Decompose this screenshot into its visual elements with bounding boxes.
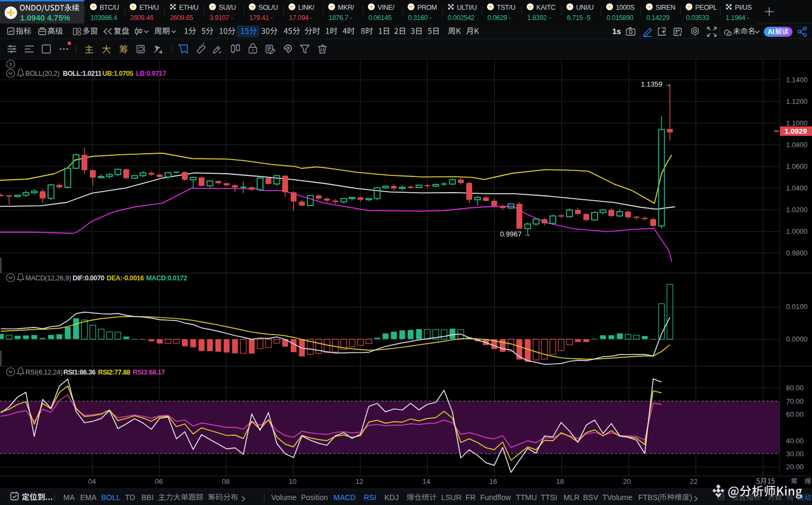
svg-text:LSUR: LSUR bbox=[441, 493, 461, 502]
svg-text:0.06145: 0.06145 bbox=[368, 14, 391, 22]
svg-text:1.1200: 1.1200 bbox=[786, 97, 808, 106]
svg-text:0.9967 →: 0.9967 → bbox=[500, 230, 531, 238]
svg-text:DIF:0.0070: DIF:0.0070 bbox=[73, 274, 104, 282]
svg-text:BSV: BSV bbox=[583, 493, 599, 502]
svg-text:FR: FR bbox=[466, 493, 476, 502]
svg-text:TVolume: TVolume bbox=[603, 493, 632, 502]
svg-text:0.3160 -: 0.3160 - bbox=[408, 14, 431, 22]
svg-text:DEA:-0.0016: DEA:-0.0016 bbox=[107, 274, 144, 282]
svg-text:1.0929: 1.0929 bbox=[784, 127, 807, 135]
svg-text:0.0100: 0.0100 bbox=[786, 303, 808, 311]
svg-text:VINE/: VINE/ bbox=[377, 4, 395, 11]
svg-text:3.9107 -: 3.9107 - bbox=[209, 14, 233, 22]
svg-text:SOL/U: SOL/U bbox=[258, 4, 278, 11]
svg-text:60.00: 60.00 bbox=[786, 410, 804, 418]
svg-text:10: 10 bbox=[289, 477, 296, 486]
svg-text:1.0800: 1.0800 bbox=[786, 141, 808, 149]
svg-text:0.002542: 0.002542 bbox=[448, 14, 475, 22]
svg-text:1.0200: 1.0200 bbox=[786, 206, 808, 214]
svg-text:22: 22 bbox=[690, 477, 697, 486]
svg-text:TD: TD bbox=[125, 493, 135, 502]
svg-text:BBI: BBI bbox=[141, 493, 154, 502]
svg-text:06: 06 bbox=[155, 477, 162, 486]
svg-text:SIREN: SIREN bbox=[656, 4, 676, 11]
svg-text:12: 12 bbox=[356, 477, 363, 486]
svg-text:MACD(12,26,9): MACD(12,26,9) bbox=[25, 274, 71, 282]
svg-text:KAITC: KAITC bbox=[536, 4, 555, 11]
svg-text:30.00: 30.00 bbox=[786, 450, 804, 458]
svg-text:PI/US: PI/US bbox=[735, 4, 752, 11]
svg-text:1.0600: 1.0600 bbox=[786, 162, 808, 170]
svg-text:6.715 -5: 6.715 -5 bbox=[567, 14, 590, 22]
svg-text:1.1359 →: 1.1359 → bbox=[641, 80, 671, 88]
svg-text:0.0000: 0.0000 bbox=[786, 335, 808, 343]
svg-text:FTBS(: FTBS( bbox=[638, 493, 660, 502]
svg-text:AI: AI bbox=[768, 28, 775, 36]
svg-text:1.1400: 1.1400 bbox=[786, 76, 808, 84]
svg-text:80.00: 80.00 bbox=[786, 384, 804, 392]
svg-text:RSI: RSI bbox=[364, 493, 376, 502]
svg-text:TTSI: TTSI bbox=[541, 493, 557, 502]
svg-text:1.0940 4.75%: 1.0940 4.75% bbox=[20, 13, 70, 22]
svg-text:ETH/U: ETH/U bbox=[179, 4, 199, 11]
svg-text:0.9800: 0.9800 bbox=[786, 249, 808, 257]
svg-text:MACD: MACD bbox=[333, 493, 356, 502]
svg-text:LB:0.9717: LB:0.9717 bbox=[136, 70, 166, 77]
svg-text:RSI2:77.88: RSI2:77.88 bbox=[98, 369, 130, 376]
svg-text:TTMU: TTMU bbox=[516, 493, 537, 502]
svg-text:20.00: 20.00 bbox=[786, 463, 804, 471]
svg-text:BOLL(20,2): BOLL(20,2) bbox=[25, 70, 60, 77]
svg-text:UB:1.0705: UB:1.0705 bbox=[102, 70, 133, 77]
svg-text:BOLL:1.0211: BOLL:1.0211 bbox=[63, 70, 102, 77]
svg-text:2609.46: 2609.46 bbox=[130, 14, 153, 22]
svg-text:MLR: MLR bbox=[564, 493, 580, 502]
svg-text:KDJ: KDJ bbox=[384, 493, 398, 502]
svg-text:MACD:0.0172: MACD:0.0172 bbox=[146, 274, 187, 282]
svg-text:RSI(6,12,24): RSI(6,12,24) bbox=[25, 369, 63, 376]
svg-text:BTC/U: BTC/U bbox=[100, 4, 119, 11]
svg-text:SUI/U: SUI/U bbox=[219, 4, 236, 11]
svg-text:17.094 -: 17.094 - bbox=[289, 14, 312, 22]
svg-text:1.8392 -: 1.8392 - bbox=[527, 14, 551, 22]
svg-text:103986.4: 103986.4 bbox=[90, 14, 117, 22]
svg-text:ULTI/U: ULTI/U bbox=[457, 4, 477, 11]
svg-text:1.0400: 1.0400 bbox=[786, 184, 808, 192]
svg-text:MKR/: MKR/ bbox=[338, 4, 355, 11]
svg-text:16: 16 bbox=[489, 477, 497, 486]
svg-text:LINK/: LINK/ bbox=[298, 4, 315, 11]
svg-text:TST/U: TST/U bbox=[497, 4, 516, 11]
svg-text:2609.65: 2609.65 bbox=[170, 14, 193, 22]
svg-text:1000S: 1000S bbox=[616, 4, 634, 11]
svg-text:1876.7 -: 1876.7 - bbox=[329, 14, 352, 22]
svg-text:1.1000: 1.1000 bbox=[786, 119, 808, 127]
svg-text:RSI3:68.17: RSI3:68.17 bbox=[133, 369, 165, 376]
svg-text:RSI1:86.36: RSI1:86.36 bbox=[63, 369, 96, 376]
svg-text:0.03533: 0.03533 bbox=[686, 14, 709, 22]
svg-text:MA: MA bbox=[63, 493, 75, 502]
svg-text:1.1964 -: 1.1964 - bbox=[726, 14, 749, 22]
svg-text:40.00: 40.00 bbox=[786, 437, 804, 445]
svg-text:70.00: 70.00 bbox=[786, 397, 804, 405]
svg-text:PEOPL: PEOPL bbox=[695, 4, 717, 11]
svg-text:04: 04 bbox=[88, 477, 96, 486]
svg-text:ETH/U: ETH/U bbox=[139, 4, 159, 11]
svg-text:14: 14 bbox=[422, 477, 430, 486]
svg-text:0.0629 -: 0.0629 - bbox=[488, 14, 511, 22]
svg-text:1.0000: 1.0000 bbox=[786, 227, 808, 235]
svg-text:Position: Position bbox=[301, 493, 328, 502]
svg-text:18: 18 bbox=[556, 477, 564, 486]
svg-text:BOLL: BOLL bbox=[101, 493, 121, 502]
svg-text:0.14229: 0.14229 bbox=[646, 14, 670, 22]
svg-text:179.41 -: 179.41 - bbox=[249, 14, 272, 22]
svg-text:Volume: Volume bbox=[271, 493, 297, 502]
svg-text:): ) bbox=[690, 493, 692, 502]
svg-text:PROM: PROM bbox=[417, 4, 437, 11]
svg-text:Fundflow: Fundflow bbox=[480, 493, 512, 502]
svg-text:1s: 1s bbox=[612, 27, 621, 36]
svg-text:EMA: EMA bbox=[80, 493, 97, 502]
svg-text:UNI/U: UNI/U bbox=[576, 4, 594, 11]
svg-text:0.015890: 0.015890 bbox=[607, 14, 634, 22]
svg-text:20: 20 bbox=[623, 477, 631, 486]
svg-text:08: 08 bbox=[222, 477, 230, 486]
